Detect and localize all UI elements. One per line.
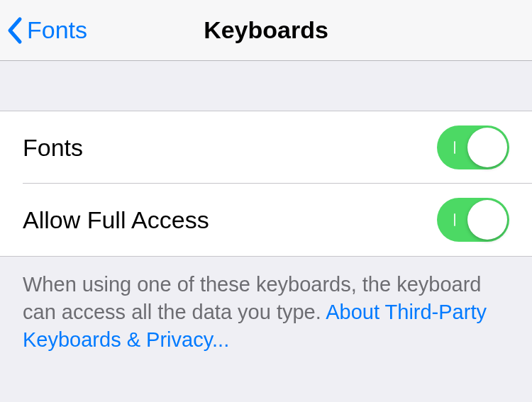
toggle-allow-full-access[interactable] <box>437 198 509 242</box>
row-fonts: Fonts <box>0 111 532 184</box>
toggle-on-indicator-icon <box>454 141 455 154</box>
toggle-knob <box>467 128 507 167</box>
row-label: Allow Full Access <box>23 206 209 234</box>
row-label: Fonts <box>23 134 83 162</box>
nav-bar: Fonts Keyboards <box>0 0 532 61</box>
row-allow-full-access: Allow Full Access <box>0 184 532 256</box>
toggle-on-indicator-icon <box>454 213 455 226</box>
section-spacer <box>0 61 532 111</box>
back-label: Fonts <box>27 16 87 44</box>
back-button[interactable]: Fonts <box>6 0 87 61</box>
footer-description: When using one of these keyboards, the k… <box>0 257 532 354</box>
toggle-fonts[interactable] <box>437 125 509 169</box>
page-title: Keyboards <box>204 16 328 44</box>
chevron-left-icon <box>6 16 23 45</box>
toggle-knob <box>467 200 507 240</box>
settings-group: Fonts Allow Full Access <box>0 111 532 257</box>
